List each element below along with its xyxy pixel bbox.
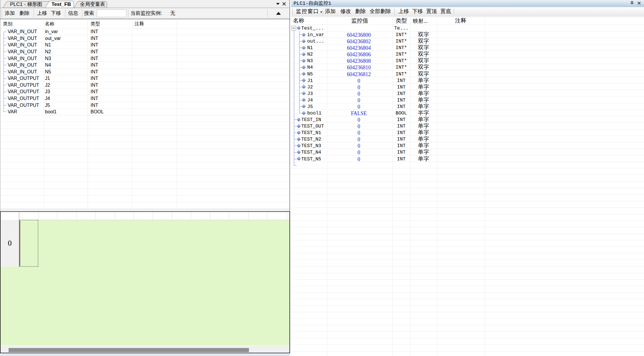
watch-name[interactable]: J3 [307,90,313,97]
search-input[interactable] [97,9,126,17]
watch-name[interactable]: TEST_N5 [301,156,321,162]
watch-name[interactable]: J5 [307,103,313,110]
modify-button[interactable]: 修改 [340,7,351,16]
to-top-button[interactable]: 置顶 [426,7,437,16]
info-button[interactable]: 信息 [68,8,78,19]
variable-row[interactable]: VAR_OUTPUTJ1INT [0,75,289,82]
add-button[interactable]: 添加 [5,8,15,19]
column-header-name[interactable]: 名称 [45,20,54,28]
watch-value[interactable]: 0 [326,90,392,97]
watch-row[interactable]: TEST_OUT0INT单字 [291,123,644,129]
column-header-category[interactable]: 类别 [3,20,12,28]
dropdown-arrow-icon[interactable] [320,12,323,13]
watch-row[interactable]: TEST_N30INT单字 [291,142,644,149]
watch-value[interactable]: 604236806 [326,51,392,57]
watch-row[interactable]: J40INT单字 [291,97,644,103]
watch-row[interactable]: bool1FALSEBOOL半字 [291,110,644,116]
watch-value[interactable]: 0 [326,129,392,136]
variable-row[interactable]: VAR_OUTPUTJ3INT [0,88,289,95]
collapse-button[interactable] [276,9,281,17]
close-icon[interactable] [637,1,641,5]
watch-value[interactable]: 0 [326,103,392,110]
pin-icon[interactable] [630,1,634,5]
watch-row[interactable]: Test_...Te... [291,25,644,31]
watch-value[interactable]: 0 [326,142,392,149]
watch-row[interactable]: N4604236810INT*双字 [291,64,644,70]
watch-value[interactable]: 604236802 [326,38,392,44]
ladder-cell-cursor[interactable] [19,220,38,267]
to-bottom-button[interactable]: 置底 [440,7,451,16]
watch-value[interactable]: 0 [326,123,392,129]
watch-value[interactable]: 0 [326,97,392,103]
column-header-map[interactable]: 映射... [413,17,428,25]
watch-row[interactable]: N3604236808INT*双字 [291,57,644,64]
watch-value[interactable]: 0 [326,77,392,84]
variable-row[interactable]: VAR_OUTPUTJ2INT [0,82,289,88]
ladder-editor[interactable]: 0 [0,211,290,353]
move-up-button[interactable]: 上移 [37,8,47,19]
watch-name[interactable]: TEST_OUT [301,123,324,129]
watch-row[interactable]: out...604236802INT*双字 [291,38,644,44]
watch-value[interactable]: 0 [326,156,392,162]
watch-value[interactable]: FALSE [326,110,392,116]
column-header-type[interactable]: 类型 [91,20,100,28]
variable-row[interactable]: VAR_IN_OUTN4INT [0,62,289,68]
variable-row[interactable]: VAR_IN_OUTN5INT [0,68,289,75]
watch-name[interactable]: TEST_N2 [301,136,321,142]
variable-row[interactable]: VAR_IN_OUTout_varINT [0,35,289,42]
watch-row[interactable]: J50INT单字 [291,103,644,110]
watch-row[interactable]: J30INT单字 [291,90,644,97]
variable-row[interactable]: VARbool1BOOL [0,108,289,115]
watch-value[interactable]: 604236808 [326,57,392,64]
watch-row[interactable]: TEST_N20INT单字 [291,136,644,142]
tab-label-plc1-ladder[interactable]: PLC1 - 梯形图 [10,1,42,8]
delete-all-button[interactable]: 全部删除 [370,7,391,16]
watch-value[interactable]: 604236812 [326,71,392,77]
watch-row[interactable]: J10INT单字 [291,77,644,84]
tab-label-test-fb[interactable]: Test_FB [51,1,71,8]
watch-value[interactable]: 0 [326,136,392,142]
tab-label-global-vars[interactable]: 全局变量表 [80,1,105,8]
column-header-comment[interactable]: 注释 [135,20,144,28]
watch-value[interactable]: 604236804 [326,44,392,51]
move-up-button[interactable]: 上移 [398,7,409,16]
watch-name[interactable]: N5 [307,71,313,77]
watch-row[interactable]: TEST_N10INT单字 [291,129,644,136]
variable-row[interactable]: VAR_IN_OUTN1INT [0,41,289,48]
column-header-type[interactable]: 类型 [392,17,410,25]
watch-row[interactable]: in_var604236800INT*双字 [291,31,644,38]
watch-name[interactable]: N1 [307,44,313,51]
ladder-hscrollbar-thumb[interactable] [9,348,249,352]
delete-button[interactable]: 删除 [355,7,366,16]
watch-name[interactable]: Test_... [301,25,324,31]
watch-name[interactable]: in_var [307,31,324,38]
column-header-comment[interactable]: 注释 [437,17,484,25]
variable-row[interactable]: VAR_IN_OUTin_varINT [0,28,289,35]
delete-button[interactable]: 删除 [20,8,30,19]
watch-window-menu[interactable]: 监控窗口 [296,7,319,16]
move-down-button[interactable]: 下移 [51,8,61,19]
variable-row[interactable]: VAR_OUTPUTJ5INT [0,102,289,109]
watch-name[interactable]: bool1 [307,110,321,116]
variable-row[interactable]: VAR_IN_OUTN2INT [0,48,289,55]
watch-row[interactable]: TEST_IN0INT单字 [291,116,644,123]
move-down-button[interactable]: 下移 [412,7,423,16]
watch-name[interactable]: J4 [307,97,313,103]
splitter[interactable] [0,208,289,211]
watch-name[interactable]: N2 [307,51,313,57]
watch-name[interactable]: TEST_N1 [301,129,321,136]
watch-row[interactable]: N2604236806INT*双字 [291,51,644,57]
column-header-name[interactable]: 名称 [293,17,304,25]
watch-name[interactable]: N4 [307,64,313,70]
watch-name[interactable]: TEST_N3 [301,142,321,149]
watch-name[interactable]: out... [307,38,324,44]
watch-row[interactable]: TEST_N50INT单字 [291,156,644,162]
watch-value[interactable]: 0 [326,84,392,90]
ladder-hscrollbar[interactable] [1,345,289,353]
watch-row[interactable]: N5604236812INT*双字 [291,71,644,77]
watch-value[interactable]: 604236800 [326,31,392,38]
watch-name[interactable]: J1 [307,77,313,84]
toolbar-grip[interactable] [1,10,2,17]
add-button[interactable]: 添加 [325,7,336,16]
column-header-value[interactable]: 监控值 [327,17,392,25]
